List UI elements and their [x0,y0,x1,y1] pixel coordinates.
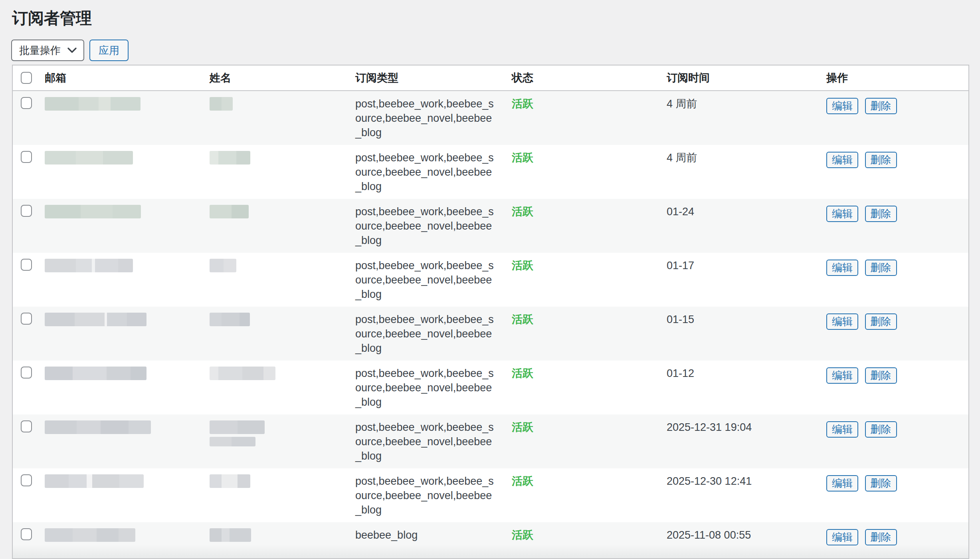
edit-button[interactable]: 编辑 [826,260,858,276]
page-title: 订阅者管理 [12,8,92,28]
subscription-time: 2025-12-31 19:04 [667,421,752,433]
table-row: post,beebee_work,beebee_source,beebee_no… [13,145,968,199]
bulk-action-select[interactable]: 批量操作 [11,40,84,61]
subscription-type: post,beebee_work,beebee_source,beebee_no… [355,420,512,463]
column-header-email: 邮箱 [45,65,210,91]
row-checkbox[interactable] [21,259,32,271]
status-label: 活跃 [512,421,533,433]
status-label: 活跃 [512,152,533,164]
name-redacted [210,474,250,488]
bulk-action-select-label: 批量操作 [19,44,61,57]
row-checkbox[interactable] [21,528,32,540]
subscription-type: post,beebee_work,beebee_source,beebee_no… [355,312,512,355]
name-redacted [210,97,233,111]
delete-button[interactable]: 删除 [865,475,897,492]
email-redacted [45,420,151,434]
name-redacted [210,313,250,326]
table-row: post,beebee_work,beebee_source,beebee_no… [13,414,968,468]
edit-button[interactable]: 编辑 [826,152,858,168]
edit-button[interactable]: 编辑 [826,475,858,492]
row-checkbox[interactable] [21,205,32,217]
subscription-time: 4 周前 [667,152,697,164]
subscription-type: post,beebee_work,beebee_source,beebee_no… [355,258,512,301]
apply-button[interactable]: 应用 [89,40,129,61]
subscription-type: post,beebee_work,beebee_source,beebee_no… [355,97,512,140]
column-header-type: 订阅类型 [355,65,512,91]
email-redacted [45,474,144,488]
delete-button[interactable]: 删除 [865,421,897,438]
email-redacted [45,313,147,326]
name-redacted [210,151,250,165]
row-checkbox[interactable] [21,367,32,379]
name-redacted [210,259,236,272]
edit-button[interactable]: 编辑 [826,313,858,330]
table-row: post,beebee_work,beebee_source,beebee_no… [13,361,968,414]
name-redacted [210,367,275,380]
status-label: 活跃 [512,313,533,325]
row-checkbox[interactable] [21,420,32,432]
email-redacted [45,205,141,218]
subscription-time: 01-15 [667,313,694,325]
email-redacted [45,97,141,111]
subscription-type: post,beebee_work,beebee_source,beebee_no… [355,151,512,194]
name-redacted [210,420,265,434]
table-row: post,beebee_work,beebee_source,beebee_no… [13,253,968,307]
column-header-time: 订阅时间 [667,65,826,91]
edit-button[interactable]: 编辑 [826,529,858,545]
table-row: beebee_blog 活跃 2025-11-08 00:55 编辑 删除 [13,522,968,556]
subscription-type: beebee_blog [355,528,512,542]
subscribers-table: 邮箱 姓名 订阅类型 状态 订阅时间 操作 post,beebee_work,b… [12,65,969,559]
subscription-time: 01-12 [667,367,694,379]
subscription-time: 4 周前 [667,98,697,110]
column-header-actions: 操作 [826,65,968,91]
chevron-down-icon [67,47,77,54]
column-header-status: 状态 [512,65,667,91]
subscription-time: 2025-12-30 12:41 [667,475,752,487]
name-redacted [210,205,249,218]
table-row: post,beebee_work,beebee_source,beebee_no… [13,556,968,559]
delete-button[interactable]: 删除 [865,529,897,545]
delete-button[interactable]: 删除 [865,152,897,168]
delete-button[interactable]: 删除 [865,367,897,384]
subscription-type: post,beebee_work,beebee_source,beebee_no… [355,366,512,409]
table-row: post,beebee_work,beebee_source,beebee_no… [13,91,968,145]
subscription-type: post,beebee_work,beebee_source,beebee_no… [355,474,512,517]
delete-button[interactable]: 删除 [865,206,897,222]
subscription-type: post,beebee_work,beebee_source,beebee_no… [355,204,512,248]
select-all-checkbox[interactable] [21,72,32,84]
delete-button[interactable]: 删除 [865,98,897,114]
email-redacted [45,367,147,380]
status-label: 活跃 [512,206,533,218]
status-label: 活跃 [512,260,533,272]
table-row: post,beebee_work,beebee_source,beebee_no… [13,199,968,253]
status-label: 活跃 [512,367,533,379]
email-redacted [45,259,133,272]
name-redacted [210,528,251,542]
column-header-name: 姓名 [210,65,355,91]
row-checkbox[interactable] [21,474,32,486]
row-checkbox[interactable] [21,151,32,163]
status-label: 活跃 [512,475,533,487]
delete-button[interactable]: 删除 [865,313,897,330]
status-label: 活跃 [512,98,533,110]
subscription-time: 01-24 [667,206,694,218]
row-checkbox[interactable] [21,97,32,109]
status-label: 活跃 [512,529,533,541]
bulk-actions-bar: 批量操作 应用 [11,40,129,61]
email-redacted [45,151,133,165]
row-checkbox[interactable] [21,313,32,325]
subscription-time: 2025-11-08 00:55 [667,529,751,541]
name-redacted-line2 [210,437,255,446]
edit-button[interactable]: 编辑 [826,421,858,438]
edit-button[interactable]: 编辑 [826,367,858,384]
edit-button[interactable]: 编辑 [826,206,858,222]
edit-button[interactable]: 编辑 [826,98,858,114]
subscription-time: 01-17 [667,260,694,272]
table-row: post,beebee_work,beebee_source,beebee_no… [13,307,968,361]
table-header-row: 邮箱 姓名 订阅类型 状态 订阅时间 操作 [13,65,968,91]
table-row: post,beebee_work,beebee_source,beebee_no… [13,468,968,522]
email-redacted [45,528,135,542]
delete-button[interactable]: 删除 [865,260,897,276]
